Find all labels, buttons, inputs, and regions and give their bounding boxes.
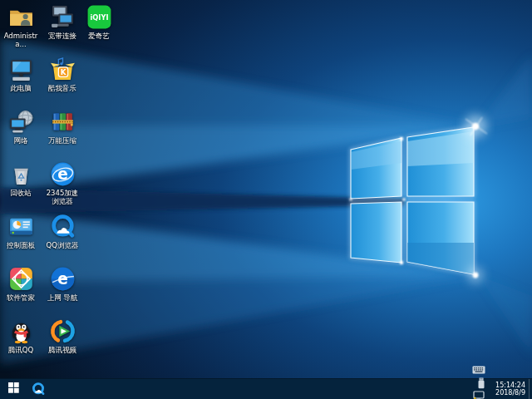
- desktop-icon-browser-2345[interactable]: e 2345加速浏览器: [43, 160, 81, 205]
- tencent-qq-icon: [7, 318, 35, 345]
- recycle-bin-icon: [7, 160, 35, 188]
- tray-icons: [462, 363, 487, 399]
- touch-keyboard-icon[interactable]: [470, 363, 487, 377]
- clock-time: 15:14:24: [495, 382, 525, 390]
- network-warning-icon[interactable]: [470, 390, 487, 399]
- desktop-icon-broadband-connection[interactable]: 宽带连接: [43, 3, 81, 40]
- this-pc-icon: [7, 56, 35, 83]
- network-icon: [7, 108, 35, 135]
- taskbar-clock[interactable]: 15:14:24 2018/8/9: [495, 382, 529, 397]
- browser-2345-icon: e: [49, 160, 76, 188]
- desktop-icon-label: 爱奇艺: [88, 32, 110, 40]
- desktop-icon-network[interactable]: 网络: [2, 108, 40, 145]
- desktop-icon-recycle-bin[interactable]: 回收站: [2, 160, 40, 197]
- show-desktop-button[interactable]: [529, 379, 532, 399]
- desktop-icon-label: 软件管家: [7, 293, 35, 302]
- desktop-icon-compression[interactable]: 万能压缩: [43, 108, 81, 145]
- desktop-icon-user-folder[interactable]: Administra...: [2, 3, 40, 48]
- desktop-icon-iqiyi[interactable]: iQIYI爱奇艺: [80, 3, 118, 40]
- desktop-icon-label: 酷我音乐: [48, 84, 76, 92]
- desktop-icon-label: 回收站: [10, 189, 32, 197]
- desktop-icon-label: QQ浏览器: [47, 241, 79, 249]
- desktop-icon-tencent-video[interactable]: 腾讯视频: [43, 318, 81, 354]
- desktop-icon-label: 万能压缩: [48, 136, 76, 145]
- tencent-video-icon: [49, 318, 76, 345]
- desktop-icon-label: 此电脑: [10, 84, 32, 92]
- qq-browser-icon: [49, 213, 76, 240]
- iqiyi-icon: iQIYI: [86, 3, 113, 31]
- desktop-icon-web-navigation[interactable]: e 上网 导航: [43, 265, 81, 302]
- compression-icon: [49, 108, 76, 135]
- desktop-icon-label: 腾讯视频: [48, 346, 76, 354]
- kuwo-music-icon: K: [49, 56, 76, 83]
- desktop-icon-label: 腾讯QQ: [8, 346, 33, 354]
- desktop-icon-label: 宽带连接: [48, 32, 76, 40]
- windows-desktop: Administra... 宽带连接 iQIYI爱奇艺 此电脑 K酷我音乐 网络…: [0, 0, 532, 399]
- desktop-icon-label: 2345加速浏览器: [43, 189, 81, 205]
- desktop-icon-qq-browser[interactable]: QQ浏览器: [43, 213, 81, 249]
- control-panel-icon: [7, 213, 35, 240]
- system-tray: 15:14:24 2018/8/9: [462, 379, 532, 399]
- start-button[interactable]: [0, 379, 27, 399]
- desktop-icon-control-panel[interactable]: 控制面板: [2, 213, 40, 249]
- desktop-icon-label: 网络: [14, 136, 28, 145]
- broadband-connection-icon: [49, 3, 76, 31]
- taskbar-qq-browser-button[interactable]: [27, 379, 50, 399]
- desktop-icon-this-pc[interactable]: 此电脑: [2, 56, 40, 92]
- taskbar-pinned-apps: [27, 379, 50, 399]
- desktop-icon-label: Administra...: [2, 32, 40, 48]
- usb-device-icon[interactable]: [475, 377, 487, 390]
- taskbar: 15:14:24 2018/8/9: [0, 378, 532, 399]
- desktop-icon-tencent-qq[interactable]: 腾讯QQ: [2, 318, 40, 354]
- desktop-icon-label: 上网 导航: [47, 293, 78, 302]
- windows-logo-icon: [8, 382, 19, 396]
- desktop-icon-label: 控制面板: [7, 241, 35, 249]
- svg-text:iQIYI: iQIYI: [90, 13, 108, 22]
- desktop-icon-software-manager[interactable]: 软件管家: [2, 265, 40, 302]
- user-folder-icon: [7, 3, 35, 31]
- desktop-icon-kuwo-music[interactable]: K酷我音乐: [43, 56, 81, 92]
- web-navigation-icon: e: [49, 265, 76, 293]
- clock-date: 2018/8/9: [495, 389, 525, 397]
- software-manager-icon: [7, 265, 35, 293]
